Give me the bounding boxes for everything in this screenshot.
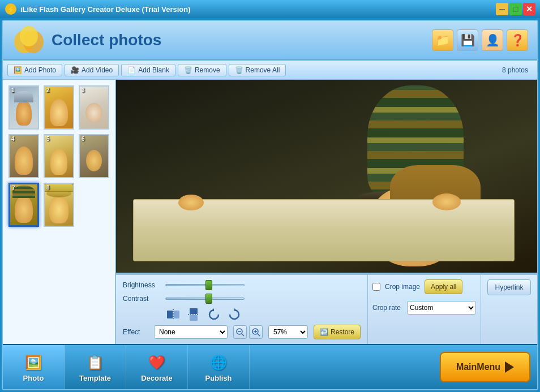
photo-strip[interactable]: 1 2 3 (3, 80, 116, 344)
svg-rect-8 (190, 308, 198, 314)
photo-nav-icon: 🖼️ (23, 352, 44, 373)
photo-thumb-1[interactable]: 1 (8, 85, 39, 130)
hyperlink-section: Hyperlink (481, 274, 537, 344)
nav-template[interactable]: 📋 Template (65, 345, 126, 389)
photo-thumb-4[interactable]: 4 (8, 134, 39, 178)
publish-nav-icon: 🌐 (208, 352, 229, 373)
svg-rect-6 (174, 311, 179, 318)
crop-rate-select[interactable]: Custom 1:1 4:3 16:9 (407, 301, 476, 315)
zoom-in-button[interactable] (249, 325, 263, 339)
zoom-icons (233, 325, 263, 339)
add-photo-button[interactable]: 🖼️ Add Photo (7, 64, 62, 76)
crop-header: Crop image Apply all (372, 279, 476, 294)
controls-bottom: Brightness Contrast (116, 273, 537, 344)
main-window: Collect photos 📁 💾 👤 ❓ 🖼️ Add Photo 🎥 Ad… (2, 20, 538, 390)
minimize-button[interactable]: ─ (496, 3, 508, 15)
apply-all-button[interactable]: Apply all (425, 279, 462, 294)
svg-marker-11 (211, 308, 214, 311)
nav-photo-label: Photo (23, 374, 44, 382)
transform-row (123, 307, 361, 322)
maximize-button[interactable]: □ (509, 3, 522, 15)
photo-thumb-3[interactable]: 3 (79, 85, 109, 130)
rotate-left-icon[interactable] (206, 307, 222, 322)
content-area: 1 2 3 (3, 80, 537, 344)
app-icon: ⚡ (5, 3, 17, 15)
effect-select[interactable]: None Grayscale Sepia (154, 325, 228, 339)
add-blank-icon: 📄 (127, 66, 136, 74)
svg-rect-5 (167, 311, 173, 318)
title-bar: ⚡ iLike Flash Gallery Creator Deluxe (Tr… (0, 0, 540, 18)
brightness-track (165, 284, 245, 286)
hyperlink-button[interactable]: Hyperlink (487, 279, 530, 295)
nav-decorate-label: Decorate (141, 374, 173, 382)
svg-point-4 (20, 26, 38, 46)
photo-thumb-2[interactable]: 2 (44, 85, 74, 130)
toolbar: 🖼️ Add Photo 🎥 Add Video 📄 Add Blank 🗑️ … (3, 61, 537, 80)
crop-checkbox[interactable] (372, 283, 380, 291)
zoom-out-button[interactable] (233, 325, 247, 339)
zoom-select[interactable]: 57% 25% 50% 75% 100% (268, 325, 308, 339)
effect-label: Effect (123, 328, 148, 336)
brightness-row: Brightness (123, 279, 361, 291)
flip-h-icon[interactable] (165, 307, 181, 322)
add-video-button[interactable]: 🎥 Add Video (65, 64, 119, 76)
add-video-icon: 🎥 (71, 66, 79, 74)
add-blank-button[interactable]: 📄 Add Blank (121, 64, 175, 76)
photo-thumb-8[interactable]: 8 (44, 183, 74, 227)
register-button[interactable]: 👤 (482, 29, 503, 51)
bottom-nav: 🖼️ Photo 📋 Template ❤️ Decorate 🌐 Publis… (3, 344, 537, 389)
restore-icon: ↩️ (320, 328, 328, 336)
restore-button[interactable]: ↩️ Restore (314, 325, 361, 339)
svg-marker-12 (234, 308, 237, 311)
open-folder-button[interactable]: 📁 (432, 29, 453, 51)
nav-decorate[interactable]: ❤️ Decorate (126, 345, 188, 389)
window-controls: ─ □ ✕ (496, 3, 535, 15)
svg-rect-9 (190, 315, 198, 321)
nav-photo[interactable]: 🖼️ Photo (3, 345, 65, 389)
nav-spacer (250, 345, 433, 389)
page-title: Collect photos (52, 31, 161, 49)
nav-publish[interactable]: 🌐 Publish (188, 345, 250, 389)
contrast-thumb[interactable] (205, 294, 212, 304)
remove-button[interactable]: 🗑️ Remove (178, 64, 226, 76)
svg-text:⚡: ⚡ (7, 5, 15, 14)
rotate-right-icon[interactable] (226, 307, 242, 322)
decorate-nav-icon: ❤️ (147, 352, 167, 373)
nav-publish-label: Publish (205, 374, 232, 382)
photo-thumb-7[interactable]: 7 (8, 183, 39, 227)
nav-template-label: Template (79, 374, 111, 382)
header-actions: 📁 💾 👤 ❓ (432, 29, 528, 51)
app-logo (12, 25, 46, 55)
contrast-track (165, 298, 245, 300)
left-controls: Brightness Contrast (116, 274, 367, 344)
effect-row: Effect None Grayscale Sepia (123, 325, 361, 339)
brightness-slider-container (165, 279, 361, 291)
header: Collect photos 📁 💾 👤 ❓ (3, 21, 537, 61)
template-nav-icon: 📋 (85, 352, 105, 373)
main-image-display (116, 80, 537, 273)
photo-thumb-5[interactable]: 5 (44, 134, 74, 178)
photo-thumb-6[interactable]: 6 (79, 134, 109, 178)
photo-grid: 1 2 3 (8, 85, 109, 227)
save-button[interactable]: 💾 (457, 29, 478, 51)
main-menu-button[interactable]: MainMenu (440, 352, 530, 382)
remove-all-icon: 🗑️ (235, 66, 243, 74)
flip-v-icon[interactable] (186, 307, 202, 322)
transform-icons (165, 307, 242, 322)
brightness-label: Brightness (123, 281, 160, 289)
right-panel: Brightness Contrast (116, 80, 537, 344)
add-photo-icon: 🖼️ (14, 66, 22, 74)
main-menu-label: MainMenu (456, 362, 500, 372)
remove-all-button[interactable]: 🗑️ Remove All (229, 64, 286, 76)
contrast-row: Contrast (123, 293, 361, 304)
crop-rate-label: Crop rate (372, 304, 404, 312)
help-button[interactable]: ❓ (507, 29, 528, 51)
main-menu-arrow-icon (505, 361, 514, 373)
close-button[interactable]: ✕ (523, 3, 535, 15)
brightness-thumb[interactable] (205, 280, 212, 290)
photo-count: 8 photos (502, 66, 533, 74)
remove-icon: 🗑️ (184, 66, 192, 74)
svg-line-15 (242, 334, 244, 336)
crop-section: Crop image Apply all Crop rate Custom 1:… (367, 274, 481, 344)
svg-line-19 (258, 334, 260, 336)
